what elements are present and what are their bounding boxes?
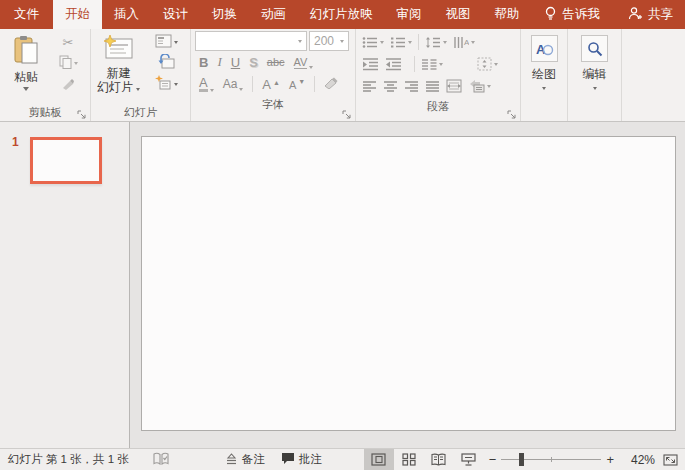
tab-transitions[interactable]: 切换 [200,0,249,29]
find-icon [581,35,608,62]
slides-group: 新建 幻灯片 [91,29,191,121]
slide-canvas[interactable] [141,136,676,431]
copy-button[interactable] [50,53,86,74]
zoom-controls: − + 42% [484,452,685,467]
reading-view-button[interactable] [424,449,454,470]
tab-design[interactable]: 设计 [151,0,200,29]
ribbon: 粘贴 ✂ 剪贴板 [0,29,685,122]
person-add-icon [628,6,643,23]
slide-thumbnail-panel: 1 [0,122,130,448]
copy-icon [59,55,72,73]
increase-indent-button[interactable] [385,58,402,71]
share-button[interactable]: 共享 [610,6,685,23]
lightbulb-icon [544,6,557,24]
increase-font-size-button[interactable]: A▲ [262,77,280,92]
cut-button[interactable]: ✂ [50,32,86,53]
reset-slide-button[interactable] [144,53,188,74]
tab-animations[interactable]: 动画 [249,0,298,29]
font-color-dropdown-icon [210,89,214,92]
tab-help[interactable]: 帮助 [483,0,532,29]
line-spacing-button[interactable] [425,36,447,49]
bold-button[interactable]: B [199,55,208,70]
tab-review[interactable]: 审阅 [385,0,434,29]
font-group: 200 B I U S abc AV A [191,29,356,121]
notes-label: 备注 [242,452,265,467]
underline-button[interactable]: U [231,55,240,70]
drawing-label: 绘图 [532,66,556,83]
paragraph-group-label: 段落 [427,99,449,114]
align-text-button[interactable] [477,57,498,71]
section-button[interactable] [144,74,188,95]
decrease-font-size-button[interactable]: A▼ [289,78,305,91]
new-slide-button[interactable]: 新建 幻灯片 [93,32,144,103]
spell-check-icon[interactable] [153,452,169,467]
character-spacing-dropdown-icon [309,66,313,69]
share-label: 共享 [648,6,673,23]
new-slide-icon [103,35,135,66]
editing-label: 编辑 [583,66,607,83]
tab-home[interactable]: 开始 [53,0,102,29]
clipboard-dialog-launcher[interactable] [77,107,88,118]
drawing-button[interactable]: A 绘图 [521,29,567,90]
tab-file[interactable]: 文件 [0,0,53,29]
paste-clipboard-icon [13,35,39,70]
fit-to-window-button[interactable] [663,453,678,467]
clear-formatting-button[interactable] [324,77,338,92]
align-center-button[interactable] [383,80,398,93]
slide-sorter-view-button[interactable] [394,449,424,470]
distribute-columns-button[interactable] [446,79,462,93]
justify-button[interactable] [425,80,440,93]
add-columns-button[interactable] [421,58,443,71]
tell-me-button[interactable]: 告诉我 [534,6,611,24]
paste-button[interactable]: 粘贴 [2,32,50,103]
paragraph-group: A [356,29,521,121]
zoom-out-button[interactable]: − [484,452,502,467]
normal-view-button[interactable] [364,449,394,470]
clipboard-group-label: 剪贴板 [29,105,62,120]
font-dialog-launcher[interactable] [342,107,353,118]
font-size-combo[interactable]: 200 [309,31,349,51]
tab-insert[interactable]: 插入 [102,0,151,29]
svg-text:A: A [464,38,469,47]
decrease-indent-button[interactable] [362,58,379,71]
section-dropdown-icon [174,83,178,86]
tab-slideshow[interactable]: 幻灯片放映 [298,0,385,29]
text-shadow-button[interactable]: S [249,55,258,70]
align-right-button[interactable] [404,80,419,93]
drawing-group: A 绘图 [521,29,568,121]
tab-view[interactable]: 视图 [434,0,483,29]
slide-thumbnail[interactable] [30,137,102,184]
format-painter-icon [61,76,75,94]
numbering-button[interactable] [390,36,412,49]
change-case-button[interactable]: Aa [223,77,244,91]
font-color-button[interactable]: A [199,76,214,92]
bullets-button[interactable] [362,36,384,49]
italic-button[interactable]: I [217,54,221,70]
zoom-level[interactable]: 42% [619,453,655,467]
slideshow-view-button[interactable] [454,449,484,470]
status-bar: 幻灯片 第 1 张，共 1 张 备注 批注 − [0,448,685,470]
font-size-value: 200 [314,34,334,48]
clipboard-group: 粘贴 ✂ 剪贴板 [0,29,91,121]
zoom-in-button[interactable]: + [601,452,619,467]
layout-dropdown-icon [174,41,178,44]
character-spacing-button[interactable]: AV [294,56,314,69]
notes-icon [225,453,238,467]
font-name-combo[interactable] [195,31,307,51]
zoom-slider-handle[interactable] [519,453,524,466]
slide-editor-area [130,122,685,448]
paragraph-dialog-launcher[interactable] [507,107,518,118]
convert-smartart-button[interactable] [468,79,491,93]
layout-button[interactable] [144,32,188,53]
editing-button[interactable]: 编辑 [568,29,621,90]
section-icon [155,75,172,94]
text-direction-button[interactable]: A [453,36,475,49]
notes-button[interactable]: 备注 [225,452,265,467]
new-slide-dropdown-icon [136,88,140,91]
zoom-slider[interactable] [501,459,601,460]
text-direction-dropdown-icon [471,41,475,44]
strikethrough-button[interactable]: abc [267,56,285,68]
format-painter-button[interactable] [50,74,86,95]
align-left-button[interactable] [362,80,377,93]
comments-button[interactable]: 批注 [281,452,322,467]
